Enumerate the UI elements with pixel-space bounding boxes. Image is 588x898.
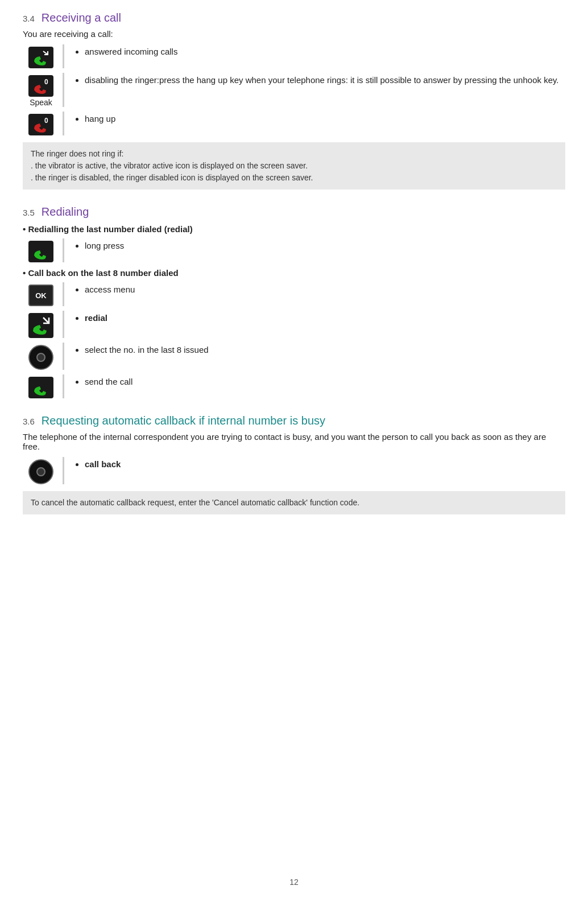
row-content-hangup: hang up — [68, 112, 565, 135]
svg-text:0: 0 — [44, 78, 48, 86]
note-34-text: The ringer does not ring if:. the vibrat… — [31, 149, 313, 182]
row-divider — [63, 282, 64, 306]
note-36: To cancel the automatic callback request… — [23, 491, 565, 514]
svg-text:0: 0 — [44, 117, 48, 125]
row-incoming-answered: answered incoming calls — [23, 44, 565, 68]
scroll-icon-callback — [28, 459, 53, 484]
icon-scroll-btn — [23, 343, 59, 370]
row-send-call: send the call — [23, 374, 565, 398]
row-content-access-menu: access menu — [68, 282, 565, 306]
row-hangup: 0 hang up — [23, 112, 565, 135]
section-35: 3.5 Redialing • Redialling the last numb… — [23, 205, 565, 398]
icon-ok-btn: OK — [23, 282, 59, 306]
section-35-number: 3.5 — [23, 208, 35, 217]
row-redial: redial — [23, 311, 565, 338]
bullet-send-call: send the call — [85, 377, 565, 386]
icon-scroll-callback — [23, 457, 59, 484]
row-content-callback: call back — [68, 457, 565, 484]
row-content-redial: redial — [68, 311, 565, 338]
bullet-access-menu: access menu — [85, 285, 565, 294]
row-longpress: long press — [23, 238, 565, 262]
bullet-answered: answered incoming calls — [85, 47, 565, 56]
row-access-menu: OK access menu — [23, 282, 565, 306]
section-34-intro: You are receiving a call: — [23, 29, 565, 39]
row-content-send-call: send the call — [68, 374, 565, 398]
section-36-intro: The telephone of the internal correspond… — [23, 432, 565, 451]
bullet-select: select the no. in the last 8 issued — [85, 345, 565, 355]
row-content-answered: answered incoming calls — [68, 44, 565, 68]
row-content-longpress: long press — [68, 238, 565, 262]
row-mute-ringer: 0 Speak disabling the ringer:press the h… — [23, 73, 565, 107]
row-divider — [63, 238, 64, 262]
bullet-callback: call back — [85, 459, 565, 469]
section-36-header: 3.6 Requesting automatic callback if int… — [23, 414, 565, 427]
scroll-icon-display — [28, 345, 53, 370]
row-callback: call back — [23, 457, 565, 484]
icon-phone-hangup: 0 — [23, 112, 59, 135]
note-34: The ringer does not ring if:. the vibrat… — [23, 142, 565, 190]
row-divider — [63, 457, 64, 484]
row-divider — [63, 112, 64, 135]
icon-phone-longpress — [23, 238, 59, 262]
row-divider — [63, 44, 64, 68]
section-36: 3.6 Requesting automatic callback if int… — [23, 414, 565, 514]
icon-phone-send — [23, 374, 59, 398]
icon-phone-outgoing — [23, 311, 59, 338]
section-36-number: 3.6 — [23, 417, 35, 426]
bullet-hangup: hang up — [85, 114, 565, 123]
section-35-header: 3.5 Redialing — [23, 205, 565, 219]
sub-header-redial: • Redialling the last number dialed (red… — [23, 224, 565, 234]
sub-header-callback: • Call back on the last 8 number dialed — [23, 268, 565, 278]
row-content-select: select the no. in the last 8 issued — [68, 343, 565, 370]
section-34: 3.4 Receiving a call You are receiving a… — [23, 11, 565, 190]
speak-label: Speak — [30, 98, 52, 107]
icon-phone-mute: 0 Speak — [23, 73, 59, 107]
icon-phone-incoming — [23, 44, 59, 68]
note-36-text: To cancel the automatic callback request… — [31, 498, 359, 507]
section-34-header: 3.4 Receiving a call — [23, 11, 565, 24]
bullet-longpress: long press — [85, 241, 565, 250]
row-select: select the no. in the last 8 issued — [23, 343, 565, 370]
bullet-ringer: disabling the ringer:press the hang up k… — [85, 75, 565, 85]
section-34-title: Receiving a call — [42, 11, 121, 24]
ok-icon-display: OK — [28, 285, 53, 306]
page-number: 12 — [0, 878, 588, 887]
section-34-number: 3.4 — [23, 14, 35, 23]
bullet-redial: redial — [85, 313, 565, 323]
row-divider — [63, 343, 64, 370]
row-divider — [63, 374, 64, 398]
row-divider — [63, 73, 64, 107]
row-content-ringer: disabling the ringer:press the hang up k… — [68, 73, 565, 107]
section-36-title: Requesting automatic callback if interna… — [42, 414, 325, 427]
row-divider — [63, 311, 64, 338]
section-35-title: Redialing — [42, 205, 89, 219]
